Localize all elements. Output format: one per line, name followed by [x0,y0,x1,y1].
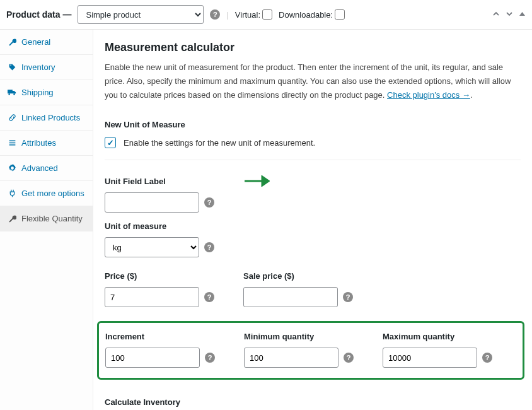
wrench-icon [8,214,16,223]
wrench-icon [8,38,16,46]
section-title: Measurement calculator [105,41,521,54]
header-controls [492,9,526,20]
enable-unit-checkbox[interactable]: ✓ [105,137,116,148]
unit-field-label-label: Unit Field Label [105,177,243,186]
sidebar-item-label: Get more options [21,189,84,198]
sidebar-item-label: Flexible Quantity [21,214,83,223]
sidebar-item-inventory[interactable]: Inventory [0,55,93,80]
price-input[interactable] [105,287,199,307]
sidebar-item-label: Linked Products [21,113,80,122]
sidebar-item-label: Shipping [21,88,54,97]
unit-field-label-input[interactable] [105,192,199,213]
fields-row-1: Unit Field Label ? Unit of measure kg [105,177,521,257]
help-icon[interactable]: ? [204,292,214,302]
highlighted-quantity-box: Increment ? Minimum quantity ? Maximum q… [97,321,524,380]
help-icon[interactable]: ? [204,197,214,208]
sidebar-item-label: General [21,37,50,47]
virtual-label: Virtual: [235,10,260,20]
sidebar-item-linked-products[interactable]: Linked Products [0,105,93,131]
content-panel: Measurement calculator Enable the new un… [93,30,532,410]
min-qty-input[interactable] [244,348,338,368]
unit-of-measure-label: Unit of measure [105,221,382,231]
fields-row-2: Price ($) ? Sale price ($) ? [105,271,521,307]
help-icon[interactable]: ? [343,292,353,302]
collapse-triangle-icon[interactable] [519,9,526,20]
gear-icon [8,164,16,172]
sidebar-item-general[interactable]: General [0,30,93,55]
section-description: Enable the new unit of measurement for t… [105,61,521,102]
divider [105,160,521,160]
increment-input[interactable] [105,348,200,368]
downloadable-label: Downloadable: [279,10,333,20]
help-icon[interactable]: ? [204,242,214,252]
sidebar-item-label: Attributes [21,138,56,148]
list-icon [8,139,16,147]
max-qty-input[interactable] [383,348,477,368]
enable-unit-label: Enable the settings for the new unit of … [124,138,315,148]
price-label: Price ($) [105,271,243,281]
panel-header: Product data — Simple product ? | Virtua… [0,0,532,30]
sidebar-item-shipping[interactable]: Shipping [0,80,93,105]
help-icon[interactable]: ? [205,353,215,363]
help-icon[interactable]: ? [344,353,354,363]
tag-icon [8,63,16,71]
chevron-down-icon[interactable] [506,9,513,20]
chevron-up-icon[interactable] [492,9,500,20]
product-type-select[interactable]: Simple product [78,5,204,24]
unit-of-measure-select[interactable]: kg [105,237,199,257]
panel-title: Product data — [6,9,71,20]
increment-label: Increment [105,332,244,341]
virtual-checkbox-wrapper[interactable]: Virtual: [235,9,272,20]
max-qty-label: Maximum quantity [383,332,509,341]
sidebar-item-label: Advanced [21,163,58,173]
main-body: General Inventory Shipping Linked Produc… [0,30,532,410]
enable-unit-row: ✓ Enable the settings for the new unit o… [105,137,521,148]
sidebar-item-flexible-quantity[interactable]: Flexible Quantity [0,206,93,231]
sidebar-item-get-more-options[interactable]: Get more options [0,181,93,206]
sidebar-item-attributes[interactable]: Attributes [0,131,93,156]
arrow-right-icon [243,175,270,187]
sidebar-item-label: Inventory [21,62,55,72]
new-unit-heading: New Unit of Measure [105,120,521,129]
min-qty-label: Minimum quantity [244,332,383,341]
plug-icon [8,189,16,197]
downloadable-checkbox[interactable] [335,9,345,20]
sidebar: General Inventory Shipping Linked Produc… [0,30,93,410]
calc-inventory-heading: Calculate Inventory [105,397,521,407]
docs-link[interactable]: Check plugin's docs → [387,90,470,100]
virtual-checkbox[interactable] [262,9,272,20]
sidebar-item-advanced[interactable]: Advanced [0,156,93,181]
truck-icon [8,88,16,97]
link-icon [8,114,16,122]
sale-price-input[interactable] [243,287,338,307]
sale-price-label: Sale price ($) [243,271,382,281]
downloadable-checkbox-wrapper[interactable]: Downloadable: [279,9,345,20]
help-icon[interactable]: ? [210,9,220,20]
help-icon[interactable]: ? [482,353,492,363]
